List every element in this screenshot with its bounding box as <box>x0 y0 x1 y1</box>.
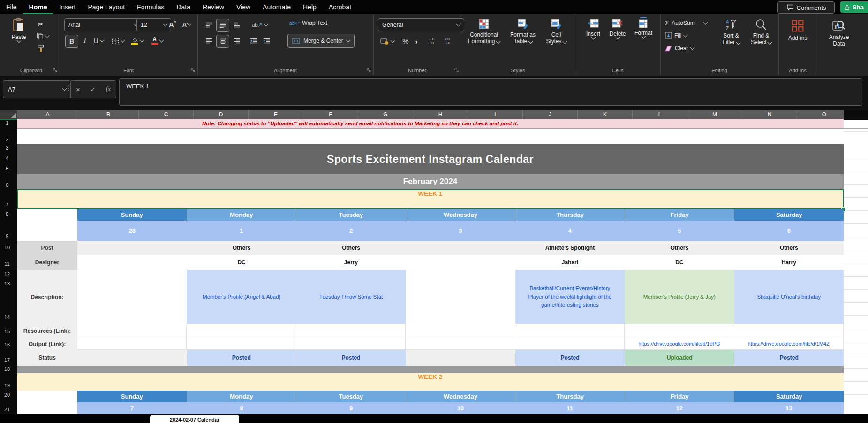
date-cell[interactable]: 28 <box>77 221 187 241</box>
designer-cell[interactable]: Harry <box>734 255 844 270</box>
column-header-b[interactable]: B <box>78 110 139 119</box>
column-header-c[interactable]: C <box>139 110 194 119</box>
insert-function-icon[interactable]: fx <box>106 85 111 93</box>
resources-cell[interactable] <box>734 324 844 338</box>
status-cell[interactable]: Posted <box>296 350 406 366</box>
comments-button[interactable]: Comments <box>777 1 835 14</box>
date-cell[interactable]: 12 <box>625 402 734 414</box>
find-select-button[interactable]: Find & Select <box>747 19 775 46</box>
menu-page-layout[interactable]: Page Layout <box>82 0 131 14</box>
enter-icon[interactable]: ✓ <box>91 86 96 93</box>
output-cell[interactable] <box>406 338 515 350</box>
font-name-select[interactable]: Arial <box>64 18 142 31</box>
fill-color-button[interactable] <box>129 35 146 47</box>
description-cell[interactable] <box>77 270 187 324</box>
designer-cell[interactable]: DC <box>625 255 734 270</box>
column-header-m[interactable]: M <box>687 110 742 119</box>
decrease-decimal-button[interactable]: .00→0 <box>441 36 454 47</box>
date-cell[interactable]: 6 <box>734 221 844 241</box>
row-number[interactable]: 6 <box>0 182 14 188</box>
date-cell[interactable]: 2 <box>296 221 406 241</box>
post-cell[interactable]: Others <box>296 241 406 255</box>
date-cell[interactable]: 1 <box>187 221 296 241</box>
resources-cell[interactable] <box>406 324 515 338</box>
row-number[interactable]: 9 <box>0 233 14 239</box>
description-cell[interactable]: Basketball/Current Events/History Player… <box>515 270 625 324</box>
output-cell[interactable] <box>515 338 625 350</box>
status-cell[interactable]: Posted <box>515 350 625 366</box>
day-header-friday[interactable]: Friday <box>625 391 735 402</box>
row-number[interactable]: 12 <box>0 271 14 277</box>
day-header-friday[interactable]: Friday <box>625 209 735 221</box>
output-cell[interactable] <box>296 338 406 350</box>
merge-center-button[interactable]: Merge & Center <box>287 34 355 48</box>
column-header-a[interactable]: A <box>17 110 78 119</box>
post-cell[interactable]: Others <box>734 241 844 255</box>
date-cell[interactable]: 3 <box>406 221 515 241</box>
row-number[interactable]: 13 <box>0 281 14 286</box>
bold-button[interactable]: B <box>65 35 78 48</box>
date-cell[interactable]: 9 <box>296 402 406 414</box>
status-cell[interactable]: Uploaded <box>625 350 735 366</box>
menu-data[interactable]: Data <box>170 0 196 14</box>
percent-style-button[interactable]: % <box>400 35 411 47</box>
formula-input[interactable]: WEEK 1 <box>119 78 862 106</box>
font-dialog-launcher[interactable] <box>191 68 196 73</box>
row-number[interactable]: 5 <box>0 166 14 171</box>
number-dialog-launcher[interactable] <box>454 68 459 73</box>
column-header-l[interactable]: L <box>633 110 687 119</box>
column-header-g[interactable]: G <box>358 110 413 119</box>
column-header-h[interactable]: H <box>413 110 468 119</box>
date-cell[interactable]: 7 <box>77 402 187 414</box>
date-cell[interactable]: 11 <box>515 402 625 414</box>
menu-help[interactable]: Help <box>297 0 323 14</box>
row-number[interactable]: 17 <box>0 357 14 363</box>
day-header-saturday[interactable]: Saturday <box>734 391 844 402</box>
drive-link[interactable]: https://drive.google.com/file/d/1dPG <box>638 341 720 346</box>
post-cell[interactable]: Others <box>187 241 296 255</box>
format-painter-button[interactable] <box>36 43 46 53</box>
addins-button[interactable]: Add-ins <box>783 20 812 41</box>
underline-button[interactable]: U <box>91 35 106 47</box>
drive-link[interactable]: https://drive.google.com/file/d/1M4Z <box>748 341 830 346</box>
row-number[interactable]: 8 <box>0 211 14 217</box>
date-cell[interactable]: 4 <box>515 221 625 241</box>
cut-button[interactable]: ✂ <box>36 20 46 29</box>
description-cell[interactable]: Shaquille O'neal's birthday <box>734 270 844 324</box>
day-header-thursday[interactable]: Thursday <box>515 391 625 402</box>
resources-cell[interactable] <box>77 324 187 338</box>
menu-home[interactable]: Home <box>23 0 53 14</box>
alignment-dialog-launcher[interactable] <box>367 68 371 73</box>
description-cell[interactable]: Member's Profile (Jerry & Jay) <box>625 270 734 324</box>
share-button[interactable]: Sha <box>840 1 868 13</box>
cancel-icon[interactable]: × <box>76 85 80 93</box>
menu-insert[interactable]: Insert <box>53 0 82 14</box>
accounting-format-button[interactable] <box>377 36 398 47</box>
day-header-wednesday[interactable]: Wednesday <box>406 209 516 221</box>
font-size-select[interactable]: 12 <box>136 18 171 31</box>
designer-cell[interactable]: Jerry <box>296 255 406 270</box>
resources-cell[interactable] <box>515 324 625 338</box>
column-header-o[interactable]: O <box>797 110 851 119</box>
wrap-text-button[interactable]: ab↩ Wrap Text <box>289 20 327 26</box>
empty-cells-right-margin[interactable] <box>844 119 868 414</box>
borders-button[interactable] <box>109 35 126 47</box>
clipboard-dialog-launcher[interactable] <box>53 68 58 73</box>
day-header-sunday[interactable]: Sunday <box>77 209 187 221</box>
name-box[interactable]: A7 <box>3 80 71 98</box>
description-cell[interactable]: Tuesday Throw Some Stat <box>296 270 406 324</box>
resources-cell[interactable] <box>625 324 734 338</box>
copy-button[interactable] <box>35 32 51 40</box>
calendar-title-row[interactable]: Sports Excitement Instagram Calendar <box>17 144 844 174</box>
sort-filter-button[interactable]: AZ Sort & Filter <box>717 19 745 46</box>
week1-row-selected-cell[interactable]: WEEK 1 <box>17 189 844 209</box>
menu-view[interactable]: View <box>230 0 257 14</box>
clear-button[interactable]: Clear <box>665 45 694 52</box>
status-cell[interactable] <box>406 350 516 366</box>
post-cell[interactable]: Athlete's Spotlight <box>515 241 625 255</box>
align-middle-button[interactable] <box>216 19 229 32</box>
status-cell[interactable]: Posted <box>734 350 844 366</box>
increase-decimal-button[interactable]: ←0.00 <box>425 36 438 47</box>
note-row[interactable]: Note: Changing status to "Uploaded" will… <box>17 119 844 128</box>
designer-cell[interactable]: DC <box>187 255 296 270</box>
